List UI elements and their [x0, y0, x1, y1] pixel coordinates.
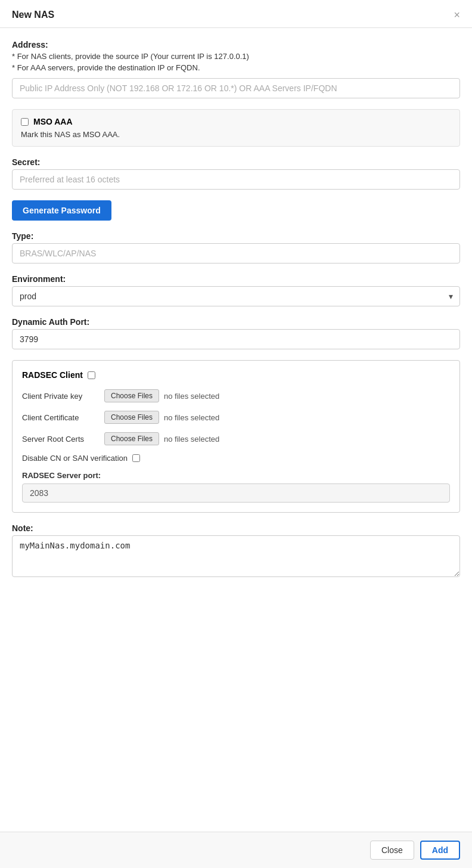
dynamic-auth-port-label: Dynamic Auth Port:	[12, 317, 460, 327]
secret-label: Secret:	[12, 157, 460, 167]
environment-select-wrapper: prod dev staging	[12, 286, 460, 306]
modal-header: New NAS ×	[0, 0, 472, 28]
mso-aaa-label: MSO AAA	[33, 117, 73, 126]
mso-aaa-box: MSO AAA Mark this NAS as MSO AAA.	[12, 109, 460, 147]
address-section: Address: * For NAS clients, provide the …	[12, 40, 460, 98]
mso-aaa-row: MSO AAA	[21, 117, 451, 126]
close-button[interactable]: Close	[370, 841, 414, 860]
secret-input[interactable]	[12, 169, 460, 190]
server-root-certs-row: Server Root Certs Choose Files no files …	[22, 432, 450, 445]
radsec-box: RADSEC Client Client Private key Choose …	[12, 360, 460, 513]
add-button[interactable]: Add	[420, 841, 460, 860]
client-certificate-status: no files selected	[164, 413, 219, 422]
dynamic-auth-port-section: Dynamic Auth Port:	[12, 317, 460, 349]
address-label: Address:	[12, 40, 460, 49]
address-info1: * For NAS clients, provide the source IP…	[12, 52, 460, 61]
radsec-title: RADSEC Client	[22, 370, 83, 380]
radsec-port-input[interactable]	[22, 483, 450, 503]
client-certificate-button[interactable]: Choose Files	[104, 411, 159, 424]
environment-section: Environment: prod dev staging	[12, 274, 460, 306]
client-private-key-row: Client Private key Choose Files no files…	[22, 389, 450, 402]
type-label: Type:	[12, 231, 460, 241]
radsec-checkbox[interactable]	[88, 371, 95, 379]
mso-aaa-description: Mark this NAS as MSO AAA.	[21, 130, 451, 139]
modal-footer: Close Add	[0, 832, 472, 868]
client-private-key-button[interactable]: Choose Files	[104, 389, 159, 402]
radsec-header: RADSEC Client	[22, 370, 450, 380]
note-label: Note:	[12, 523, 460, 533]
secret-section: Secret:	[12, 157, 460, 190]
client-certificate-row: Client Certificate Choose Files no files…	[22, 411, 450, 424]
client-private-key-label: Client Private key	[22, 392, 100, 401]
generate-password-button[interactable]: Generate Password	[12, 200, 111, 221]
disable-cn-checkbox[interactable]	[132, 454, 140, 462]
dynamic-auth-port-input[interactable]	[12, 329, 460, 349]
disable-cn-label: Disable CN or SAN verification	[22, 454, 128, 463]
radsec-port-section: RADSEC Server port:	[22, 471, 450, 503]
client-private-key-status: no files selected	[164, 392, 219, 401]
close-x-button[interactable]: ×	[454, 10, 460, 20]
radsec-port-label: RADSEC Server port:	[22, 471, 450, 480]
server-root-certs-status: no files selected	[164, 435, 219, 444]
disable-cn-row: Disable CN or SAN verification	[22, 454, 450, 463]
server-root-certs-label: Server Root Certs	[22, 435, 100, 444]
address-input[interactable]	[12, 78, 460, 98]
address-info2: * For AAA servers, provide the destinati…	[12, 63, 460, 72]
modal-body: Address: * For NAS clients, provide the …	[0, 28, 472, 832]
modal-title: New NAS	[12, 10, 54, 20]
environment-select[interactable]: prod dev staging	[12, 286, 460, 306]
type-section: Type:	[12, 231, 460, 264]
note-textarea[interactable]	[12, 535, 460, 577]
client-certificate-label: Client Certificate	[22, 413, 100, 422]
note-section: Note:	[12, 523, 460, 579]
mso-aaa-checkbox[interactable]	[21, 118, 29, 126]
type-input[interactable]	[12, 243, 460, 264]
environment-label: Environment:	[12, 274, 460, 284]
server-root-certs-button[interactable]: Choose Files	[104, 432, 159, 445]
